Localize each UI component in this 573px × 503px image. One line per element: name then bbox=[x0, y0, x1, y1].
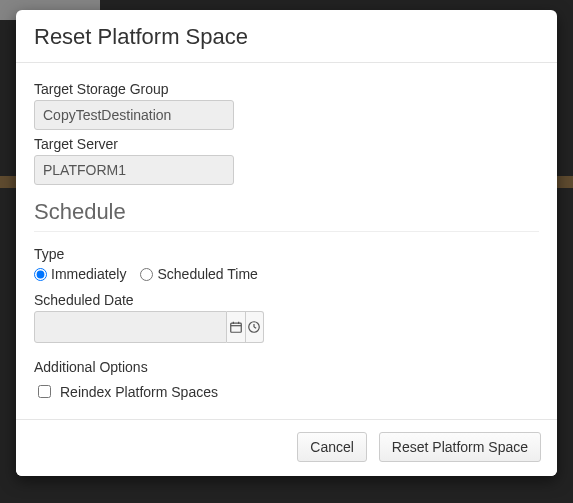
clock-icon bbox=[247, 320, 261, 334]
type-label: Type bbox=[34, 246, 539, 262]
dialog-title: Reset Platform Space bbox=[34, 24, 539, 50]
target-server-field[interactable] bbox=[34, 155, 234, 185]
target-server-label: Target Server bbox=[34, 136, 539, 152]
divider bbox=[34, 231, 539, 232]
reindex-checkbox-row[interactable]: Reindex Platform Spaces bbox=[34, 382, 218, 401]
additional-options-label: Additional Options bbox=[34, 359, 539, 375]
schedule-heading: Schedule bbox=[34, 199, 539, 225]
dialog-footer: Cancel Reset Platform Space bbox=[16, 419, 557, 476]
type-radio-scheduled[interactable]: Scheduled Time bbox=[140, 266, 257, 282]
type-radio-scheduled-label: Scheduled Time bbox=[157, 266, 257, 282]
target-storage-group-label: Target Storage Group bbox=[34, 81, 539, 97]
target-storage-group-field[interactable] bbox=[34, 100, 234, 130]
scheduled-date-label: Scheduled Date bbox=[34, 292, 539, 308]
reset-platform-space-button[interactable]: Reset Platform Space bbox=[379, 432, 541, 462]
type-radio-group: Immediately Scheduled Time bbox=[34, 266, 539, 282]
calendar-button[interactable] bbox=[227, 311, 246, 343]
reindex-checkbox-label: Reindex Platform Spaces bbox=[60, 384, 218, 400]
svg-rect-0 bbox=[231, 323, 242, 332]
type-radio-immediately-label: Immediately bbox=[51, 266, 126, 282]
dialog-header: Reset Platform Space bbox=[16, 10, 557, 63]
scheduled-date-group bbox=[34, 311, 264, 343]
type-radio-immediately[interactable]: Immediately bbox=[34, 266, 126, 282]
dialog-body: Target Storage Group Target Server Sched… bbox=[16, 63, 557, 419]
reset-platform-space-dialog: Reset Platform Space Target Storage Grou… bbox=[16, 10, 557, 476]
cancel-button[interactable]: Cancel bbox=[297, 432, 367, 462]
svg-line-6 bbox=[254, 327, 256, 328]
time-button[interactable] bbox=[246, 311, 265, 343]
type-radio-scheduled-input[interactable] bbox=[140, 268, 153, 281]
scheduled-date-input[interactable] bbox=[34, 311, 227, 343]
calendar-icon bbox=[229, 320, 243, 334]
type-radio-immediately-input[interactable] bbox=[34, 268, 47, 281]
reindex-checkbox[interactable] bbox=[38, 385, 51, 398]
